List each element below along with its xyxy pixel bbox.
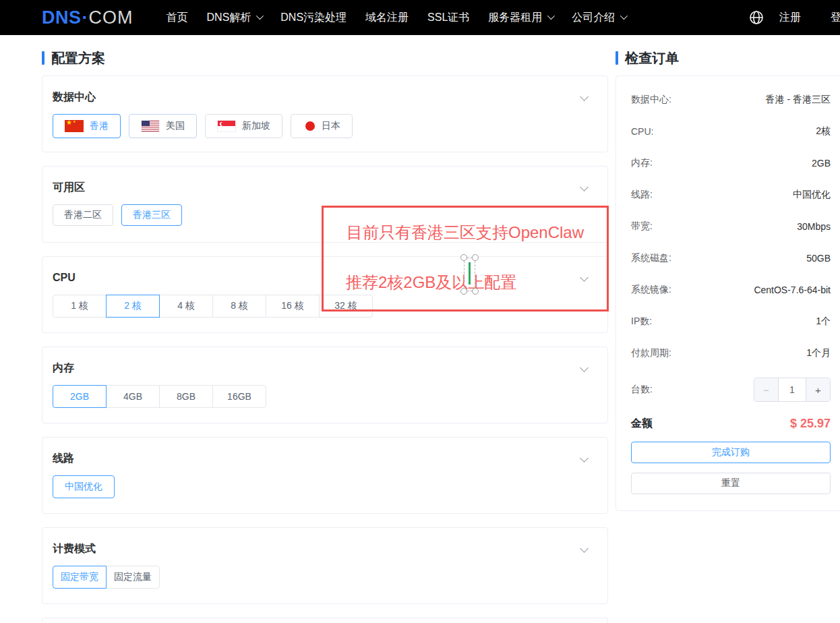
order-row-line: 线路: 中国优化 — [631, 187, 831, 202]
logo-com: COM — [89, 7, 133, 28]
cpu-options-group: 1 核 2 核 4 核 8 核 16 核 32 核 — [53, 295, 373, 318]
config-title-block: 配置方案 — [42, 51, 608, 65]
order-row-image: 系统镜像: CentOS-7.6-64-bit — [631, 283, 831, 297]
order-row-bandwidth: 带宽: 30Mbps — [631, 219, 831, 233]
nav-dns-pollution[interactable]: DNS污染处理 — [271, 11, 356, 25]
dnscom-logo[interactable]: DNS·COM — [42, 7, 133, 28]
order-row-period: 付款周期: 1个月 — [631, 346, 831, 360]
memory-option-2gb[interactable]: 2GB — [53, 385, 107, 408]
nav-home[interactable]: 首页 — [157, 11, 198, 25]
logo-dot: · — [82, 7, 88, 28]
zone-option-hk2[interactable]: 香港二区 — [53, 204, 113, 226]
section-billing-title: 计费模式 — [53, 541, 597, 556]
singapore-flag-icon — [217, 120, 236, 132]
order-row-disk: 系统磁盘: 50GB — [631, 251, 831, 265]
cpu-option-1[interactable]: 1 核 — [53, 295, 107, 318]
page-title: 配置方案 — [51, 49, 105, 67]
section-next-partial — [42, 618, 608, 623]
section-datacenter: 数据中心 ★★ 香港 美国 新加坡 日本 — [42, 76, 608, 152]
chevron-down-icon — [547, 11, 555, 19]
nav-dns-resolve[interactable]: DNS解析 — [198, 11, 272, 25]
nav-company-intro[interactable]: 公司介绍 — [562, 11, 635, 25]
section-memory-title: 内存 — [53, 361, 597, 376]
memory-options-group: 2GB 4GB 8GB 16GB — [53, 385, 266, 408]
cpu-option-16[interactable]: 16 核 — [266, 295, 320, 318]
quantity-stepper: − 1 + — [754, 378, 831, 402]
register-link[interactable]: 注册 — [779, 11, 801, 25]
datacenter-option-hongkong[interactable]: ★★ 香港 — [53, 114, 121, 138]
zone-option-hk3[interactable]: 香港三区 — [121, 204, 182, 226]
section-zone-title: 可用区 — [53, 180, 597, 195]
cpu-option-4[interactable]: 4 核 — [159, 295, 213, 318]
usa-flag-icon — [141, 120, 160, 132]
order-row-memory: 内存: 2GB — [631, 156, 831, 170]
section-line-title: 线路 — [53, 451, 597, 466]
section-line: 线路 中国优化 — [42, 437, 608, 514]
title-accent-bar — [42, 51, 44, 65]
config-column: 配置方案 数据中心 ★★ 香港 美国 新加坡 日本 可用区 — [42, 35, 608, 623]
nav-ssl-cert[interactable]: SSL证书 — [418, 11, 479, 25]
order-row-cpu: CPU: 2核 — [631, 124, 831, 138]
reset-button[interactable]: 重置 — [631, 473, 831, 494]
japan-flag-icon — [305, 121, 315, 131]
cpu-option-32[interactable]: 32 核 — [319, 295, 373, 318]
china-flag-icon: ★★ — [65, 120, 84, 132]
order-title: 检查订单 — [625, 49, 679, 67]
section-memory: 内存 2GB 4GB 8GB 16GB — [42, 347, 608, 423]
main-nav: 首页 DNS解析 DNS污染处理 域名注册 SSL证书 服务器租用 公司介绍 — [157, 11, 636, 25]
section-datacenter-title: 数据中心 — [53, 90, 597, 105]
order-row-datacenter: 数据中心: 香港 - 香港三区 — [631, 92, 831, 107]
globe-icon[interactable] — [748, 9, 764, 26]
logo-dns: DNS — [42, 7, 82, 28]
quantity-decrease-button[interactable]: − — [754, 378, 779, 401]
order-row-ip: IP数: 1个 — [631, 314, 831, 328]
nav-domain-register[interactable]: 域名注册 — [356, 11, 418, 25]
order-column: 检查订单 数据中心: 香港 - 香港三区 CPU: 2核 内存: 2GB 线路:… — [616, 35, 840, 511]
title-accent-bar — [616, 51, 618, 65]
chevron-down-icon — [256, 11, 264, 19]
order-amount-row: 金额 $ 25.97 — [631, 417, 831, 431]
nav-server-rental[interactable]: 服务器租用 — [479, 11, 562, 25]
datacenter-option-singapore[interactable]: 新加坡 — [205, 114, 282, 138]
line-option-china-optimized[interactable]: 中国优化 — [53, 475, 115, 498]
memory-option-16gb[interactable]: 16GB — [212, 385, 266, 408]
amount-value: $ 25.97 — [790, 417, 831, 431]
chevron-down-icon — [620, 11, 628, 19]
billing-options-group: 固定带宽 固定流量 — [53, 566, 160, 589]
complete-order-button[interactable]: 完成订购 — [631, 442, 831, 463]
amount-label: 金额 — [631, 417, 653, 431]
quantity-value[interactable]: 1 — [779, 378, 806, 401]
order-summary-card: 数据中心: 香港 - 香港三区 CPU: 2核 内存: 2GB 线路: 中国优化… — [616, 76, 840, 511]
top-nav-bar: DNS·COM 首页 DNS解析 DNS污染处理 域名注册 SSL证书 服务器租… — [0, 0, 840, 35]
datacenter-option-japan[interactable]: 日本 — [291, 114, 353, 138]
order-title-block: 检查订单 — [616, 51, 840, 65]
section-cpu: CPU 1 核 2 核 4 核 8 核 16 核 32 核 — [42, 256, 608, 333]
billing-option-fixed-bandwidth[interactable]: 固定带宽 — [53, 566, 107, 589]
section-cpu-title: CPU — [53, 270, 597, 285]
nav-right-group: 注册 登录 — [748, 0, 840, 35]
cpu-option-2[interactable]: 2 核 — [106, 295, 160, 318]
memory-option-8gb[interactable]: 8GB — [159, 385, 213, 408]
billing-option-fixed-traffic[interactable]: 固定流量 — [106, 566, 160, 589]
datacenter-option-usa[interactable]: 美国 — [129, 114, 197, 138]
memory-option-4gb[interactable]: 4GB — [106, 385, 160, 408]
section-billing: 计费模式 固定带宽 固定流量 — [42, 527, 608, 604]
cpu-option-8[interactable]: 8 核 — [212, 295, 266, 318]
quantity-increase-button[interactable]: + — [806, 378, 830, 401]
order-row-quantity: 台数: − 1 + — [631, 378, 831, 402]
login-link[interactable]: 登录 — [831, 11, 840, 25]
section-zone: 可用区 香港二区 香港三区 — [42, 166, 608, 243]
